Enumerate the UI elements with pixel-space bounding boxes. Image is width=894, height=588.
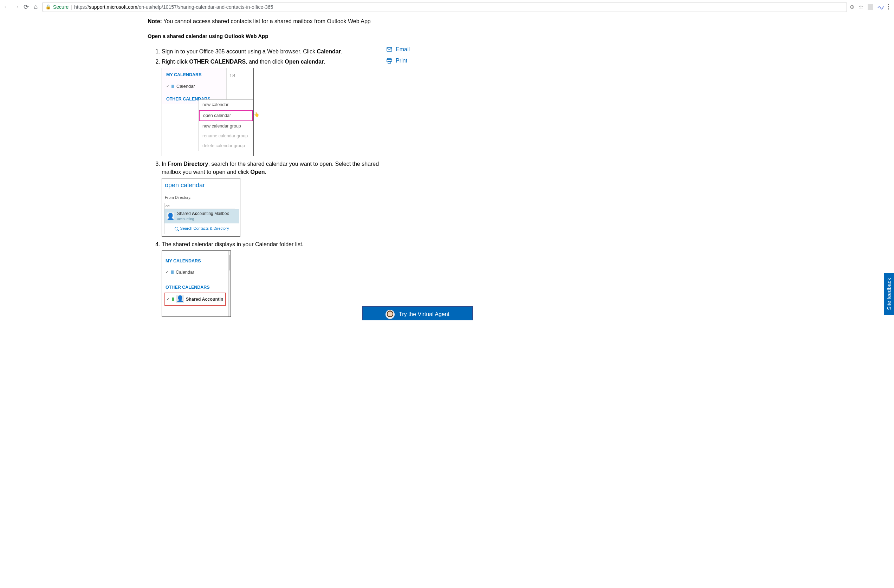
note-text: You cannot access shared contacts list f… — [162, 18, 371, 24]
zoom-icon[interactable]: ⊕ — [850, 3, 854, 10]
note-paragraph: Note: You cannot access shared contacts … — [148, 18, 394, 24]
site-feedback-label: Site feedback — [886, 278, 892, 310]
extension-icon-1[interactable] — [868, 4, 873, 10]
fig2-result-name: Shared Accounting Mailbox — [177, 211, 229, 217]
reload-icon[interactable]: ⟳ — [23, 3, 30, 11]
calendar-color-chip — [172, 84, 174, 88]
virtual-agent-button[interactable]: Try the Virtual Agent — [362, 306, 473, 320]
section-heading: Open a shared calendar using Outlook Web… — [148, 33, 394, 39]
fig3-other-calendars-header: OTHER CALENDARS — [166, 284, 225, 291]
scrollbar — [229, 251, 231, 317]
steps-list: Sign in to your Office 365 account using… — [148, 47, 394, 317]
lock-icon: 🔒 — [45, 4, 51, 9]
svg-rect-3 — [388, 62, 391, 63]
article-actions: Email Print — [387, 46, 410, 69]
fig3-calendar-label: Calendar — [176, 269, 194, 276]
email-link[interactable]: Email — [387, 46, 410, 53]
avatar-icon: 👤 — [166, 213, 174, 220]
fig2-search-link: Search Contacts & Directory — [165, 223, 239, 234]
back-icon[interactable]: ← — [3, 3, 10, 11]
fig1-context-menu: new calendar open calendar 👆 new calenda… — [199, 100, 253, 151]
fig2-title: open calendar — [164, 180, 238, 192]
print-icon — [387, 58, 392, 63]
article-body: Note: You cannot access shared contacts … — [148, 14, 394, 317]
browser-right-icons: ⊕ ☆ — [850, 3, 891, 10]
figure-open-calendar-dialog: open calendar From Directory: 👤 Shared A… — [162, 178, 240, 237]
check-icon: ✓ — [166, 270, 169, 275]
avatar-icon: 👤 — [176, 296, 184, 303]
fig2-from-directory-label: From Directory: — [165, 195, 237, 201]
site-feedback-tab[interactable]: Site feedback — [884, 273, 894, 315]
virtual-agent-avatar-icon — [385, 310, 395, 319]
menu-new-calendar: new calendar — [199, 100, 253, 110]
fig1-my-calendars-header: MY CALENDARS — [166, 72, 222, 78]
calendar-color-chip-green — [172, 297, 174, 301]
step-2: Right-click OTHER CALENDARS, and then cl… — [162, 57, 394, 156]
menu-open-calendar: open calendar 👆 — [199, 110, 253, 121]
fig3-my-calendars-header: MY CALENDARS — [166, 258, 225, 264]
email-icon — [387, 47, 392, 52]
home-icon[interactable]: ⌂ — [32, 3, 39, 11]
svg-rect-0 — [387, 47, 392, 51]
note-prefix: Note: — [148, 18, 162, 24]
browser-toolbar: ← → ⟳ ⌂ 🔒 Secure | https://support.micro… — [0, 0, 894, 14]
fig1-calendar-label: Calendar — [177, 83, 195, 90]
step-4: The shared calendar displays in your Cal… — [162, 240, 394, 317]
fig2-result-row: 👤 Shared Accounting Mailbox accounting — [165, 210, 239, 223]
step-1: Sign in to your Office 365 account using… — [162, 47, 394, 56]
menu-delete-calendar-group: delete calendar group — [199, 141, 253, 151]
print-link[interactable]: Print — [387, 57, 410, 64]
print-link-label: Print — [396, 57, 407, 64]
figure-calendar-folder-list: MY CALENDARS ✓ Calendar OTHER CALENDARS … — [162, 250, 231, 317]
fig1-calendar-row: ✓ Calendar — [166, 83, 222, 90]
menu-rename-calendar-group: rename calendar group — [199, 131, 253, 141]
fig2-directory-input — [164, 203, 235, 209]
fig3-shared-calendar-row: ✓ 👤 Shared Accountin — [165, 292, 226, 306]
calendar-color-chip — [171, 270, 174, 274]
fig3-shared-name: Shared Accountin — [186, 296, 224, 302]
fig2-result-sub: accounting — [177, 217, 229, 222]
bookmark-icon[interactable]: ☆ — [859, 3, 864, 10]
fig2-dropdown: 👤 Shared Accounting Mailbox accounting S… — [164, 209, 239, 234]
secure-label: Secure — [53, 4, 68, 10]
fig3-calendar-row: ✓ Calendar — [166, 269, 225, 276]
check-icon: ✓ — [166, 84, 169, 89]
email-link-label: Email — [396, 46, 410, 53]
step-3: In From Directory, search for the shared… — [162, 160, 394, 237]
check-icon: ✓ — [166, 297, 170, 302]
figure-other-calendars-context-menu: MY CALENDARS ✓ Calendar OTHER CALENDARS … — [162, 68, 254, 156]
virtual-agent-label: Try the Virtual Agent — [399, 311, 450, 318]
forward-icon[interactable]: → — [13, 3, 20, 11]
fig1-day-cell: 18 — [226, 68, 254, 104]
extension-icon-2[interactable] — [877, 5, 884, 9]
address-bar[interactable]: 🔒 Secure | https://support.microsoft.com… — [42, 2, 847, 12]
chrome-menu-icon[interactable] — [888, 4, 889, 9]
url: https://support.microsoft.com/en-us/help… — [74, 4, 273, 10]
search-icon — [175, 227, 178, 231]
menu-new-calendar-group: new calendar group — [199, 121, 253, 131]
cursor-icon: 👆 — [254, 112, 259, 118]
